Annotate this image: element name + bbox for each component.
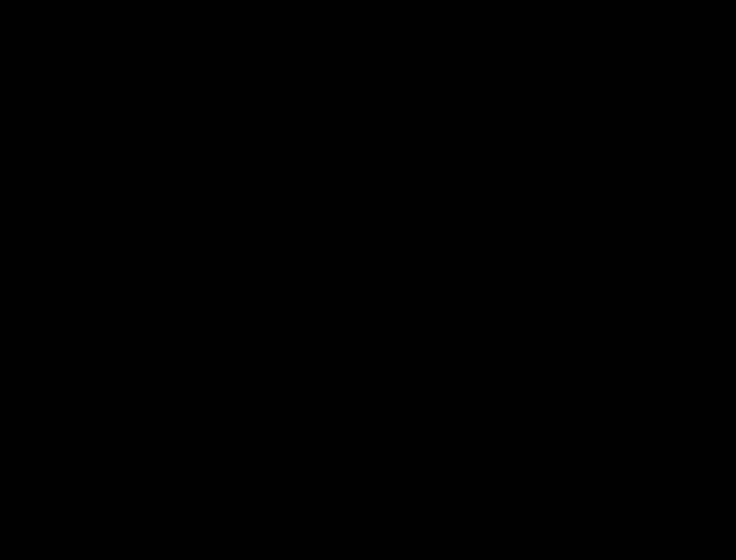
astrolog-window [0, 0, 736, 560]
chart-wheel [0, 0, 736, 560]
